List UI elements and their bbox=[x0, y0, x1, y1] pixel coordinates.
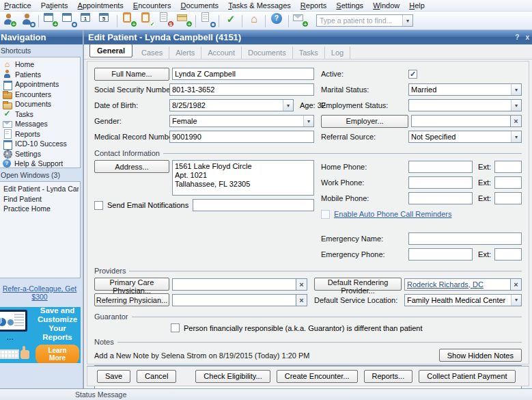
address-button[interactable]: Address... bbox=[94, 160, 169, 173]
referring-physician-input[interactable] bbox=[172, 294, 296, 306]
gender-select[interactable]: Female bbox=[169, 115, 314, 127]
chevron-down-icon[interactable] bbox=[511, 131, 521, 142]
active-checkbox[interactable] bbox=[408, 70, 417, 79]
sidebar-item-home[interactable]: ⌂Home bbox=[1, 59, 79, 70]
create-encounter-button[interactable]: Create Encounter... bbox=[277, 370, 358, 383]
default-rendering-provider-button[interactable]: Default Rendering Provider... bbox=[314, 278, 402, 291]
panel-close-icon[interactable]: x bbox=[525, 34, 529, 41]
chevron-down-icon[interactable] bbox=[303, 116, 313, 126]
tab-general[interactable]: General bbox=[89, 44, 132, 57]
search-input[interactable] bbox=[317, 16, 402, 25]
sidebar-item-messages[interactable]: Messages bbox=[1, 119, 79, 129]
sidebar-item-icd-10-success[interactable]: ICD-10 Success bbox=[1, 139, 79, 149]
emergency-phone-input[interactable] bbox=[408, 248, 473, 261]
sidebar-item-appointments[interactable]: Appointments bbox=[1, 79, 79, 90]
chevron-down-icon[interactable] bbox=[511, 84, 521, 95]
open-window-item[interactable]: Edit Patient - Lynda Campbell (4... bbox=[1, 184, 79, 194]
clear-referring-icon[interactable] bbox=[296, 294, 307, 306]
new-payment-icon[interactable]: + bbox=[176, 11, 193, 27]
primary-care-physician-button[interactable]: Primary Care Physician... bbox=[94, 278, 169, 291]
new-encounter-icon[interactable]: + bbox=[120, 11, 137, 27]
menu-window[interactable]: Window bbox=[368, 1, 404, 10]
sidebar-item-tasks[interactable]: ✓Tasks bbox=[1, 109, 79, 120]
save-button[interactable]: Save bbox=[97, 370, 130, 383]
mobile-phone-input[interactable] bbox=[408, 192, 473, 204]
menu-documents[interactable]: Documents bbox=[176, 1, 223, 10]
referring-physician-button[interactable]: Referring Physician... bbox=[94, 293, 169, 306]
tasks-icon[interactable]: ✓ bbox=[222, 11, 239, 27]
menu-help[interactable]: Help bbox=[404, 1, 430, 10]
chevron-down-icon[interactable] bbox=[511, 100, 521, 111]
menu-encounters[interactable]: Encounters bbox=[128, 1, 176, 10]
help-icon[interactable]: ? bbox=[268, 11, 285, 27]
tab-documents[interactable]: Documents bbox=[242, 46, 293, 59]
open-window-item[interactable]: Find Patient bbox=[1, 194, 79, 204]
open-window-item[interactable]: Practice Home bbox=[1, 204, 79, 214]
employment-status-select[interactable] bbox=[408, 99, 522, 111]
marital-status-select[interactable]: Married bbox=[408, 83, 522, 96]
work-phone-input[interactable] bbox=[408, 176, 473, 189]
home-phone-ext-input[interactable] bbox=[494, 161, 522, 173]
superbill-icon[interactable]: $ bbox=[157, 11, 174, 27]
sidebar-item-settings[interactable]: Settings bbox=[1, 149, 79, 159]
default-service-location-select[interactable]: Family Health Medical Center bbox=[404, 294, 522, 306]
add-patient-icon[interactable]: + bbox=[0, 11, 17, 27]
show-hidden-notes-button[interactable]: Show Hidden Notes bbox=[439, 349, 522, 362]
clear-pcp-icon[interactable] bbox=[296, 278, 307, 291]
tab-cases[interactable]: Cases bbox=[135, 46, 169, 59]
menu-practice[interactable]: Practice bbox=[0, 1, 36, 10]
learn-more-button[interactable]: Learn More bbox=[36, 345, 79, 363]
full-name-input[interactable] bbox=[172, 68, 314, 80]
sidebar-item-documents[interactable]: Documents bbox=[1, 99, 79, 109]
new-message-icon[interactable]: + bbox=[292, 11, 309, 27]
panel-help-icon[interactable]: ? bbox=[515, 34, 519, 41]
reports-button[interactable]: Reports... bbox=[364, 370, 413, 383]
chevron-down-icon[interactable] bbox=[283, 100, 293, 111]
sidebar-item-reports[interactable]: Reports bbox=[1, 129, 79, 139]
tab-alerts[interactable]: Alerts bbox=[169, 46, 201, 59]
auto-reminders-link[interactable]: Enable Auto Phone Call Reminders bbox=[334, 210, 451, 218]
address-textarea[interactable]: 1561 Lake Floyd Circle Apt. 1021 Tallaha… bbox=[172, 160, 314, 196]
primary-care-physician-input[interactable] bbox=[172, 278, 296, 291]
ssn-input[interactable] bbox=[169, 83, 314, 96]
mrn-input[interactable] bbox=[169, 131, 314, 143]
refer-a-colleague-link[interactable]: Refer-a-Colleague, Get $300 bbox=[0, 284, 83, 301]
tab-log[interactable]: Log bbox=[325, 46, 350, 59]
collect-patient-payment-button[interactable]: Collect Patient Payment bbox=[419, 370, 515, 383]
work-phone-ext-input[interactable] bbox=[494, 176, 522, 189]
clear-employer-icon[interactable] bbox=[511, 115, 522, 127]
default-rendering-provider-input[interactable] bbox=[404, 278, 511, 291]
chevron-down-icon[interactable] bbox=[511, 295, 521, 306]
guarantor-checkbox[interactable] bbox=[171, 323, 180, 332]
sidebar-item-help-support[interactable]: ?Help & Support bbox=[1, 159, 79, 169]
tab-tasks[interactable]: Tasks bbox=[293, 46, 325, 59]
dob-input[interactable] bbox=[170, 100, 283, 111]
emergency-phone-ext-input[interactable] bbox=[494, 248, 522, 261]
day-view-icon[interactable]: 1 bbox=[79, 11, 96, 27]
cancel-button[interactable]: Cancel bbox=[137, 370, 176, 383]
auto-reminders-checkbox[interactable] bbox=[321, 210, 330, 219]
find-appointment-icon[interactable] bbox=[60, 11, 77, 27]
find-document-icon[interactable] bbox=[199, 11, 216, 27]
referral-source-select[interactable]: Not Specified bbox=[408, 131, 522, 143]
dob-combo[interactable] bbox=[169, 99, 294, 111]
new-appointment-icon[interactable]: + bbox=[42, 11, 59, 27]
email-input[interactable] bbox=[193, 199, 314, 211]
send-email-checkbox[interactable] bbox=[94, 201, 103, 210]
approve-encounter-icon[interactable]: ✓ bbox=[139, 11, 156, 27]
week-view-icon[interactable]: 5 bbox=[97, 11, 114, 27]
emergency-name-input[interactable] bbox=[408, 232, 522, 245]
sidebar-item-encounters[interactable]: Encounters bbox=[1, 90, 79, 100]
home-phone-input[interactable] bbox=[408, 161, 473, 173]
patient-search-combo[interactable] bbox=[316, 14, 413, 27]
sidebar-item-patients[interactable]: Patients bbox=[1, 70, 79, 80]
menu-settings[interactable]: Settings bbox=[331, 1, 368, 10]
employer-button[interactable]: Employer... bbox=[321, 115, 408, 128]
menu-patients[interactable]: Patients bbox=[36, 1, 73, 10]
check-eligibility-button[interactable]: Check Eligibility... bbox=[195, 370, 270, 383]
menu-appointments[interactable]: Appointments bbox=[73, 1, 128, 10]
tab-account[interactable]: Account bbox=[201, 46, 242, 59]
menu-reports[interactable]: Reports bbox=[296, 1, 332, 10]
full-name-button[interactable]: Full Name... bbox=[94, 68, 169, 81]
mobile-phone-ext-input[interactable] bbox=[494, 192, 522, 204]
